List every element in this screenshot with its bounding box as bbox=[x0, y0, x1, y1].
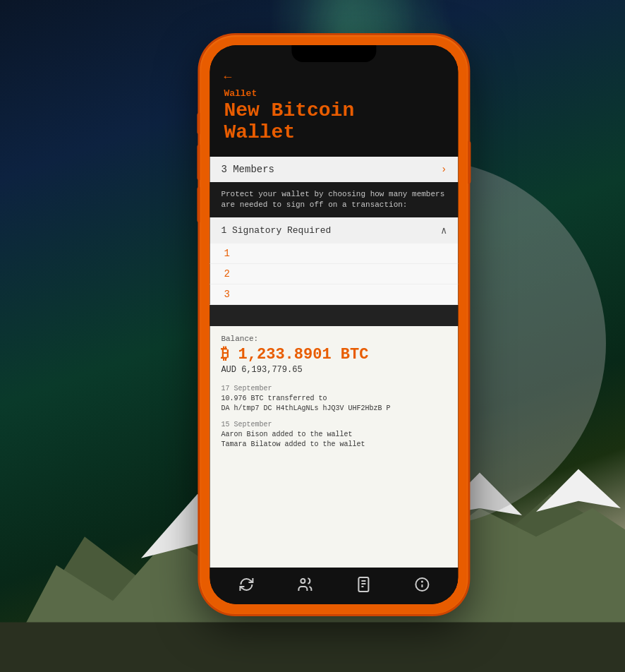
phone-screen: ← Wallet New Bitcoin Wallet 3 Members › … bbox=[210, 45, 458, 604]
screen-content: ← Wallet New Bitcoin Wallet 3 Members › … bbox=[210, 45, 458, 604]
balance-section: Balance: ₿ 1,233.8901 BTC AUD 6,193,779.… bbox=[210, 326, 458, 568]
tx-date-2: 15 September bbox=[221, 421, 447, 428]
svg-point-7 bbox=[301, 579, 305, 583]
signatory-chevron-icon: ∧ bbox=[441, 224, 447, 236]
info-text-section: Protect your wallet by choosing how many… bbox=[210, 182, 458, 218]
users-nav-icon[interactable] bbox=[296, 576, 313, 593]
members-label: 3 Members bbox=[221, 164, 274, 175]
transaction-1: 17 September 10.976 BTC transferred toDA… bbox=[221, 385, 447, 414]
members-chevron-icon: › bbox=[441, 164, 447, 175]
power-button bbox=[468, 141, 471, 184]
members-row[interactable]: 3 Members › bbox=[210, 157, 458, 182]
signatory-dropdown: 1 2 3 bbox=[210, 244, 458, 305]
volume-down-button bbox=[197, 187, 200, 222]
balance-aud: AUD 6,193,779.65 bbox=[221, 365, 447, 375]
bottom-navigation bbox=[210, 568, 458, 604]
signatory-row[interactable]: 1 Signatory Required ∧ bbox=[210, 217, 458, 244]
tx-detail-1: 10.976 BTC transferred toDA h/tmp7 DC H4… bbox=[221, 394, 447, 414]
tx-detail-2: Aaron Bison added to the walletTamara Bi… bbox=[221, 430, 447, 450]
tx-date-1: 17 September bbox=[221, 385, 447, 392]
refresh-nav-icon[interactable] bbox=[238, 576, 255, 593]
mute-button bbox=[197, 113, 200, 134]
phone-device: ← Wallet New Bitcoin Wallet 3 Members › … bbox=[200, 35, 468, 614]
signatory-option-3[interactable]: 3 bbox=[210, 284, 458, 305]
signatory-label: 1 Signatory Required bbox=[221, 225, 331, 236]
signatory-option-1[interactable]: 1 bbox=[210, 244, 458, 264]
info-nav-icon[interactable] bbox=[413, 576, 430, 593]
section-divider bbox=[210, 305, 458, 326]
phone-shell: ← Wallet New Bitcoin Wallet 3 Members › … bbox=[200, 35, 468, 614]
back-arrow-icon[interactable]: ← bbox=[224, 70, 444, 84]
signatory-option-2[interactable]: 2 bbox=[210, 264, 458, 284]
transaction-2: 15 September Aaron Bison added to the wa… bbox=[221, 421, 447, 450]
wallet-title: New Bitcoin Wallet bbox=[224, 100, 444, 144]
info-text: Protect your wallet by choosing how many… bbox=[221, 189, 447, 211]
balance-amount: ₿ 1,233.8901 BTC bbox=[221, 344, 447, 364]
volume-up-button bbox=[197, 145, 200, 180]
svg-rect-6 bbox=[0, 622, 625, 672]
document-nav-icon[interactable] bbox=[355, 576, 372, 593]
phone-notch bbox=[291, 45, 376, 62]
wallet-label: Wallet bbox=[224, 88, 444, 99]
balance-label: Balance: bbox=[221, 335, 447, 343]
